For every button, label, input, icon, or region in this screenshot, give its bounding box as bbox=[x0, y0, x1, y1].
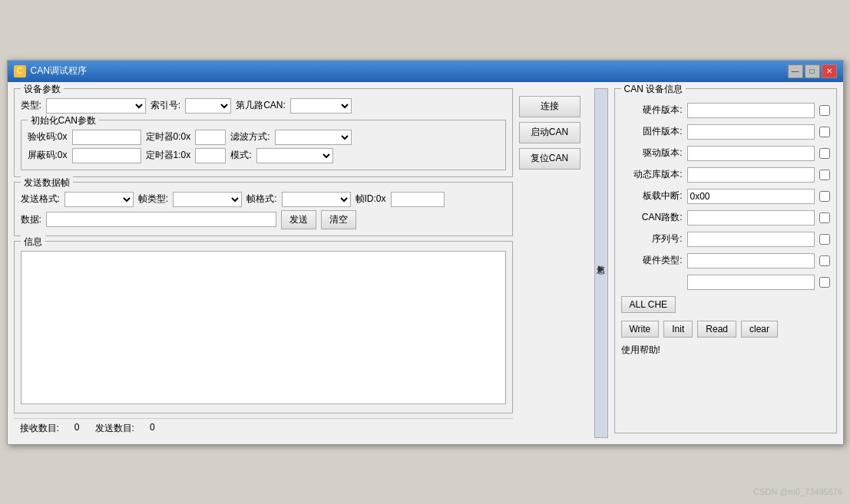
serial-checkbox[interactable] bbox=[819, 234, 830, 245]
dynlib-version-checkbox[interactable] bbox=[819, 170, 830, 180]
drv-version-checkbox[interactable] bbox=[819, 148, 830, 159]
timer0-label: 定时器0:0x bbox=[146, 130, 191, 143]
acc-code-input[interactable] bbox=[72, 130, 141, 145]
board-interrupt-input[interactable] bbox=[687, 189, 815, 204]
serial-input[interactable] bbox=[687, 232, 815, 247]
mode-label: 模式: bbox=[230, 149, 251, 162]
send-count-label: 发送数目: bbox=[95, 422, 134, 435]
fw-version-label: 固件版本: bbox=[621, 125, 683, 138]
init-can-group-title: 初始化CAN参数 bbox=[28, 114, 99, 127]
mask-input[interactable] bbox=[72, 148, 141, 163]
settings-group: 设备参数 类型: 索引号: 第几路CAN: 初始化CAN参数 验收码:0x 定时… bbox=[14, 88, 513, 177]
board-interrupt-checkbox[interactable] bbox=[819, 191, 830, 202]
write-button[interactable]: Write bbox=[621, 321, 660, 338]
clear-button[interactable]: clear bbox=[741, 321, 778, 338]
can-info-group: CAN 设备信息 硬件版本: 固件版本: 驱动版本: bbox=[614, 88, 837, 433]
left-panel: 设备参数 类型: 索引号: 第几路CAN: 初始化CAN参数 验收码:0x 定时… bbox=[14, 88, 513, 438]
filter-label: 滤波方式: bbox=[230, 130, 270, 143]
send-format-select[interactable] bbox=[64, 192, 134, 207]
send-group-title: 发送数据帧 bbox=[21, 176, 73, 189]
info-toggle[interactable]: 信息▶ bbox=[594, 88, 608, 438]
connect-button[interactable]: 连接 bbox=[519, 96, 580, 117]
bottom-bar: 接收数目: 0 发送数目: 0 bbox=[14, 418, 513, 438]
drv-version-input[interactable] bbox=[687, 146, 815, 161]
info-group-title: 信息 bbox=[21, 236, 45, 249]
bottom-action-buttons: Write Init Read clear bbox=[621, 321, 830, 338]
filter-select[interactable] bbox=[275, 130, 352, 145]
frame-type-label: 帧类型: bbox=[138, 193, 168, 206]
clear-send-button[interactable]: 清空 bbox=[321, 210, 356, 229]
recv-count-label: 接收数目: bbox=[20, 422, 59, 435]
drv-version-label: 驱动版本: bbox=[621, 147, 683, 160]
send-button[interactable]: 发送 bbox=[281, 210, 316, 229]
can-channels-checkbox[interactable] bbox=[819, 212, 830, 223]
type-label: 类型: bbox=[21, 99, 41, 112]
type-select[interactable] bbox=[46, 98, 146, 114]
help-label: 使用帮助! bbox=[621, 344, 660, 355]
can-channels-input[interactable] bbox=[687, 210, 815, 226]
hw-version-checkbox[interactable] bbox=[819, 105, 830, 116]
send-format-label: 发送格式: bbox=[21, 193, 60, 206]
index-select[interactable] bbox=[185, 98, 231, 114]
frame-id-label: 帧ID:0x bbox=[356, 193, 386, 206]
action-buttons: 连接 启动CAN 复位CAN bbox=[519, 88, 588, 438]
hw-type-input[interactable] bbox=[687, 253, 815, 268]
window-content: 设备参数 类型: 索引号: 第几路CAN: 初始化CAN参数 验收码:0x 定时… bbox=[8, 82, 843, 444]
frame-format-select[interactable] bbox=[282, 192, 351, 207]
channel-label: 第几路CAN: bbox=[236, 99, 286, 112]
timer0-input[interactable] bbox=[195, 130, 226, 145]
title-bar-left: C CAN调试程序 bbox=[14, 64, 87, 77]
send-group: 发送数据帧 发送格式: 帧类型: 帧格式: 帧ID:0x 数据: 发送 清空 bbox=[14, 182, 513, 236]
minimize-button[interactable]: — bbox=[788, 64, 803, 78]
timer1-label: 定时器1:0x bbox=[146, 149, 191, 162]
hw-type-checkbox[interactable] bbox=[819, 255, 830, 266]
hw-type-label: 硬件类型: bbox=[621, 254, 683, 267]
index-label: 索引号: bbox=[150, 99, 180, 112]
extra-checkbox[interactable] bbox=[819, 277, 830, 288]
read-button[interactable]: Read bbox=[697, 321, 736, 338]
init-button[interactable]: Init bbox=[663, 321, 693, 338]
main-window: C CAN调试程序 — □ ✕ 设备参数 类型: 索引号: 第几路CAN: bbox=[7, 60, 844, 445]
reset-can-button[interactable]: 复位CAN bbox=[519, 148, 580, 170]
data-input[interactable] bbox=[46, 212, 276, 227]
right-panel: CAN 设备信息 硬件版本: 固件版本: 驱动版本: bbox=[614, 88, 837, 438]
channel-select[interactable] bbox=[290, 98, 352, 114]
fw-version-input[interactable] bbox=[687, 124, 815, 140]
close-button[interactable]: ✕ bbox=[822, 64, 837, 78]
start-can-button[interactable]: 启动CAN bbox=[519, 122, 580, 143]
info-textarea[interactable] bbox=[21, 251, 506, 404]
frame-format-label: 帧格式: bbox=[246, 193, 276, 206]
window-controls: — □ ✕ bbox=[788, 64, 837, 78]
acc-code-label: 验收码:0x bbox=[28, 130, 68, 143]
title-bar: C CAN调试程序 — □ ✕ bbox=[8, 61, 843, 82]
info-toggle-label: 信息▶ bbox=[595, 259, 607, 267]
data-label: 数据: bbox=[21, 213, 41, 226]
timer1-input[interactable] bbox=[195, 148, 226, 163]
info-group: 信息 bbox=[14, 241, 513, 413]
all-che-button[interactable]: ALL CHE bbox=[621, 296, 676, 313]
fw-version-checkbox[interactable] bbox=[819, 127, 830, 137]
app-icon: C bbox=[14, 65, 26, 77]
serial-label: 序列号: bbox=[621, 232, 683, 245]
dynlib-version-label: 动态库版本: bbox=[621, 168, 683, 181]
hw-version-input[interactable] bbox=[687, 103, 815, 118]
frame-type-select[interactable] bbox=[173, 192, 242, 207]
hw-version-label: 硬件版本: bbox=[621, 104, 683, 117]
settings-group-title: 设备参数 bbox=[21, 83, 64, 96]
watermark: CSDN @m0_73495676 bbox=[753, 487, 842, 496]
send-count-value: 0 bbox=[150, 422, 155, 435]
frame-id-input[interactable] bbox=[391, 192, 445, 207]
extra-input[interactable] bbox=[687, 275, 815, 290]
maximize-button[interactable]: □ bbox=[805, 64, 820, 78]
board-interrupt-label: 板载中断: bbox=[621, 189, 683, 203]
mask-label: 屏蔽码:0x bbox=[28, 149, 68, 162]
window-title: CAN调试程序 bbox=[31, 64, 87, 77]
mode-select[interactable] bbox=[256, 148, 333, 163]
can-channels-label: CAN路数: bbox=[621, 211, 683, 224]
dynlib-version-input[interactable] bbox=[687, 167, 815, 183]
recv-count-value: 0 bbox=[74, 422, 80, 435]
can-info-group-title: CAN 设备信息 bbox=[621, 83, 686, 96]
help-area: 使用帮助! bbox=[621, 344, 830, 357]
